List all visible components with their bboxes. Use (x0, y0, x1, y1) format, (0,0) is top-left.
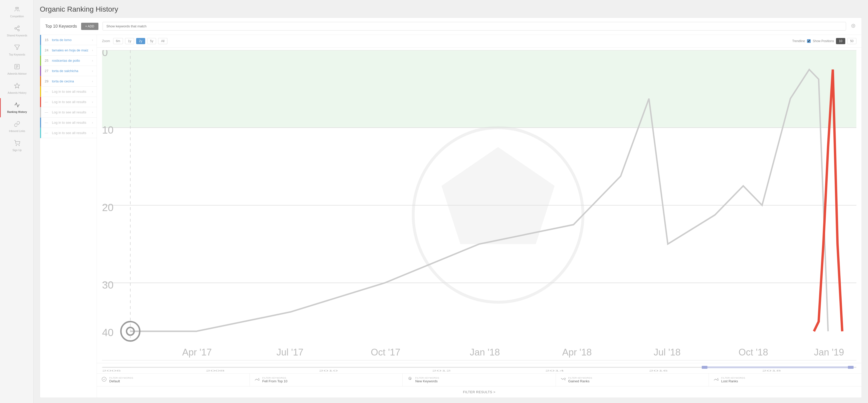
svg-text:Jul '17: Jul '17 (276, 347, 303, 358)
zoom-1y-button[interactable]: 1y (125, 38, 134, 44)
filter-fell-top10[interactable]: FILTER KEYWORDS Fell From Top 10 (250, 374, 403, 386)
rank-number: 27 (45, 69, 52, 73)
inbound-links-icon (14, 121, 20, 129)
adwords-history-icon (14, 83, 20, 90)
keyword-row-locked[interactable]: — Log in to see all results › (40, 118, 97, 128)
sidebar-item-ranking-history[interactable]: Ranking History (0, 98, 33, 117)
rank-number: 29 (45, 79, 52, 83)
keyword-row-locked[interactable]: — Log in to see all results › (40, 128, 97, 138)
sign-up-icon (14, 140, 20, 148)
svg-text:2008: 2008 (206, 369, 225, 372)
keyword-row[interactable]: 24 tamales en hoja de maiz › (40, 45, 97, 56)
keyword-list: 15 torta de lomo › 24 tamales en hoja de… (40, 35, 97, 398)
zoom-5y-button[interactable]: 5y (147, 38, 156, 44)
positions-10-button[interactable]: 10 (836, 38, 845, 44)
filter-new-label: FILTER KEYWORDS (415, 377, 439, 379)
sidebar-item-competition-label: Competition (10, 15, 24, 18)
sidebar-item-adwords-advisor-label: Adwords Advisor (7, 72, 27, 75)
svg-point-0 (16, 7, 17, 9)
sidebar-item-sign-up[interactable]: Sign Up (0, 136, 33, 156)
chart-svg: 0 10 20 30 40 Apr '17 Jul '17 Oct '17 Ja… (102, 50, 857, 361)
filter-lost-ranks[interactable]: FILTER KEYWORDS Lost Ranks (709, 374, 862, 386)
keyword-row[interactable]: 27 torta de salchicha › (40, 66, 97, 76)
keyword-row[interactable]: 25 rosticerias de pollo › (40, 56, 97, 66)
sidebar-item-competition[interactable]: Competition (0, 3, 33, 22)
chevron-right-icon: › (92, 111, 93, 114)
chart-svg-container: 0 10 20 30 40 Apr '17 Jul '17 Oct '17 Ja… (97, 48, 862, 363)
svg-text:2014: 2014 (545, 369, 564, 372)
filter-fell-value: Fell From Top 10 (262, 379, 287, 383)
card-header: Top 10 Keywords + ADD (40, 18, 862, 35)
main-content: Organic Ranking History Top 10 Keywords … (34, 0, 868, 403)
svg-text:Oct '17: Oct '17 (371, 347, 400, 358)
sidebar-item-ranking-history-label: Ranking History (7, 111, 27, 114)
keyword-row-locked[interactable]: — Log in to see all results › (40, 97, 97, 107)
search-input[interactable] (102, 22, 846, 30)
page-title: Organic Ranking History (40, 5, 862, 13)
keyword-section-title: Top 10 Keywords (45, 24, 77, 29)
svg-point-1 (17, 7, 19, 9)
sidebar-item-adwords-history[interactable]: Adwords History (0, 79, 33, 98)
svg-text:40: 40 (102, 327, 114, 339)
rank-number: 25 (45, 59, 52, 63)
keyword-row[interactable]: 29 torta de cecina › (40, 76, 97, 87)
svg-text:30: 30 (102, 279, 114, 291)
sidebar-item-top-keywords-label: Top Keywords (9, 53, 25, 56)
filter-new-keywords[interactable]: FILTER KEYWORDS New Keywords (403, 374, 556, 386)
add-button[interactable]: + ADD (81, 23, 98, 30)
positions-50-button[interactable]: 50 (847, 38, 857, 44)
keyword-text: tamales en hoja de maiz (52, 48, 92, 52)
sidebar: Competition Shared Keywords Top Keywords (0, 0, 34, 403)
keyword-row-locked[interactable]: — Log in to see all results › (40, 107, 97, 118)
keyword-text: Log in to see all results (52, 90, 92, 94)
filter-gained-label: FILTER KEYWORDS (568, 377, 592, 379)
filter-fell-icon (254, 377, 259, 383)
svg-text:2018: 2018 (762, 369, 781, 372)
svg-line-5 (16, 29, 18, 30)
zoom-all-button[interactable]: All (158, 38, 167, 44)
chevron-right-icon: › (92, 80, 93, 83)
rank-number: 15 (45, 38, 52, 42)
sidebar-item-shared-keywords[interactable]: Shared Keywords (0, 22, 33, 41)
settings-button[interactable] (850, 23, 857, 30)
keyword-text: Log in to see all results (52, 131, 92, 135)
svg-text:Jan '19: Jan '19 (814, 347, 844, 358)
sidebar-item-top-keywords[interactable]: Top Keywords (0, 41, 33, 60)
filter-gained-value: Gained Ranks (568, 379, 592, 383)
filter-default[interactable]: FILTER KEYWORDS Default (97, 374, 250, 386)
chevron-right-icon: › (92, 38, 93, 42)
keyword-text: rosticerias de pollo (52, 59, 92, 63)
chevron-right-icon: › (92, 90, 93, 94)
sidebar-item-adwords-advisor[interactable]: Adwords Advisor (0, 60, 33, 79)
filter-lost-label: FILTER KEYWORDS (721, 377, 745, 379)
filter-lost-text: FILTER KEYWORDS Lost Ranks (721, 377, 745, 383)
filter-results-bar[interactable]: FILTER RESULTS > (97, 386, 862, 398)
svg-point-4 (18, 29, 20, 31)
chevron-right-icon: › (92, 100, 93, 104)
rank-number: — (45, 121, 52, 125)
main-card: Top 10 Keywords + ADD 15 torta de lomo › (40, 18, 862, 398)
sidebar-item-adwords-history-label: Adwords History (8, 91, 27, 95)
svg-marker-11 (14, 83, 20, 88)
filter-default-icon (101, 377, 107, 383)
filter-gained-text: FILTER KEYWORDS Gained Ranks (568, 377, 592, 383)
filter-gained-ranks[interactable]: FILTER KEYWORDS Gained Ranks (556, 374, 709, 386)
svg-text:Apr '18: Apr '18 (562, 347, 592, 358)
sidebar-item-shared-keywords-label: Shared Keywords (7, 34, 27, 37)
sidebar-item-inbound-links[interactable]: Inbound Links (0, 117, 33, 136)
shared-keywords-icon (14, 25, 20, 33)
adwords-advisor-icon (14, 64, 20, 71)
svg-point-3 (15, 28, 16, 29)
svg-rect-15 (102, 50, 857, 128)
chart-area: Zoom 6m 1y 2y 5y All Trendline Show Posi… (97, 35, 862, 398)
keyword-row-locked[interactable]: — Log in to see all results › (40, 87, 97, 97)
zoom-6m-button[interactable]: 6m (113, 38, 123, 44)
filter-fell-label: FILTER KEYWORDS (262, 377, 287, 379)
keyword-text: Log in to see all results (52, 100, 92, 104)
trendline-checkbox[interactable] (807, 39, 811, 43)
zoom-2y-button[interactable]: 2y (136, 38, 145, 44)
filter-default-value: Default (109, 379, 133, 383)
filter-new-value: New Keywords (415, 379, 439, 383)
keyword-row[interactable]: 15 torta de lomo › (40, 35, 97, 45)
keyword-text: torta de lomo (52, 38, 92, 42)
